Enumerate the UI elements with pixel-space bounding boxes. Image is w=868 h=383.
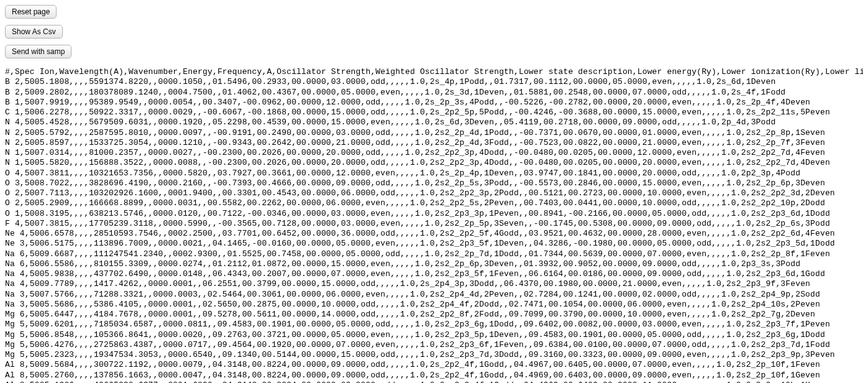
show-csv-button[interactable]: Show As Csv — [5, 25, 63, 39]
send-samp-button[interactable]: Send with samp — [5, 45, 71, 58]
csv-output: #,Spec Ion,Wavelength(A),Wavenumber,Ener… — [5, 67, 863, 383]
reset-page-button[interactable]: Reset page — [5, 5, 57, 19]
